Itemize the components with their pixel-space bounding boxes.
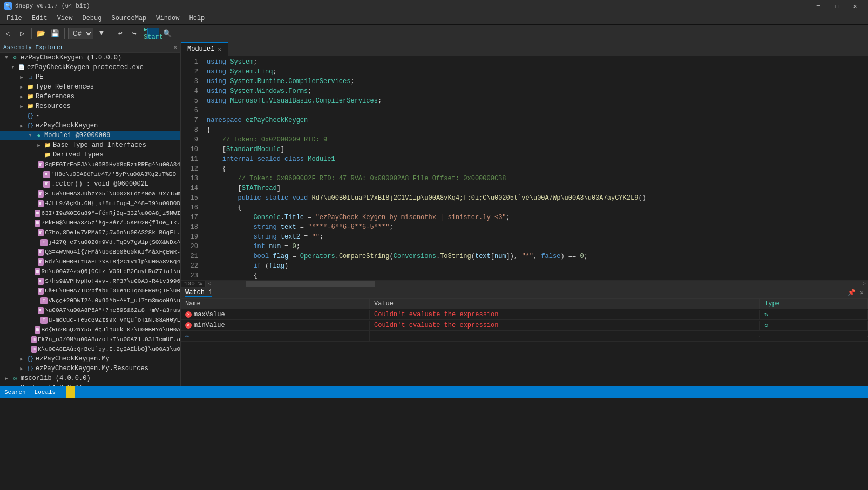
ref-icon: ◎ — [11, 384, 19, 386]
redo-button[interactable]: ↪ — [128, 28, 140, 39]
hscroll-thumb[interactable] — [246, 281, 375, 287]
tree-item-method-14[interactable]: m VNçç+20DWI2^.0x90^b+^HI_ul7tm3mcoH9\u — [0, 296, 180, 305]
tree-item-ezpay[interactable]: ▼ ⚙ ezPayCheckKeygen (1.0.0.0) — [0, 53, 180, 63]
tree-item-method-5[interactable]: m 63I+I9a%0EGu89*=fénRj2q=332\u00A8jz5MW… — [0, 208, 180, 218]
nav-back-button[interactable]: ◁ — [2, 28, 14, 39]
undo-button[interactable]: ↩ — [114, 28, 126, 39]
watch-row-minvalue[interactable]: ✕ minValue Couldn't evaluate the express… — [181, 320, 868, 331]
tree-item-method-18[interactable]: m Fk7n_oJ/0M\u00A8azolsT\u00A71.03fIemUF… — [0, 335, 180, 344]
tree-view[interactable]: ▼ ⚙ ezPayCheckKeygen (1.0.0.0) ▼ 📄 ezPay… — [0, 53, 180, 386]
menu-sourcemap[interactable]: SourceMap — [107, 13, 151, 23]
save-button[interactable]: 💾 — [49, 28, 61, 39]
tree-item-cctor[interactable]: m .cctor() : void @0600002E — [0, 179, 180, 189]
tree-item-method-1[interactable]: m 8qPFGTrEoFJA\u00B0HyX8qRziRREg^\u00A34 — [0, 160, 180, 169]
toolbar-separator-1 — [31, 28, 32, 39]
language-select[interactable]: C# IL VB — [68, 28, 93, 39]
tree-item-method-13[interactable]: m Uä+L\u00A7Iu2pfab6`06e1DTqo5ERW9;TE\u0 — [0, 286, 180, 296]
tree-item-resources[interactable]: ▶ 📁 Resources — [0, 101, 180, 111]
watch-row-new[interactable]: ✏ — [181, 331, 868, 342]
watch-cell-name[interactable]: ✏ — [181, 331, 370, 341]
tree-item-refs[interactable]: ▶ 📁 References — [0, 92, 180, 101]
tree-item-module1[interactable]: ▼ ◆ Module1 @02000009 — [0, 131, 180, 140]
toolbar-separator-3 — [111, 28, 111, 39]
tree-item-method-6[interactable]: m 7MkEN$\u00A3Z5z*èg+8ér/.5KM92H{flOe_Ik… — [0, 218, 180, 228]
tree-item-pe[interactable]: ▶ □ PE — [0, 72, 180, 82]
tab-close-button[interactable]: ✕ — [218, 46, 221, 53]
tree-item-typerefs[interactable]: ▶ 📁 Type References — [0, 82, 180, 92]
tree-item-method-4[interactable]: m 4JLL9/&çKh.GN{ja!8m+Eup4_^^8=I9\u00B0D — [0, 199, 180, 208]
nav-forward-button[interactable]: ▷ — [16, 28, 28, 39]
watch-row-maxvalue[interactable]: ✕ maxValue Couldn't evaluate the express… — [181, 309, 868, 320]
tree-item-system[interactable]: ▶ ◎ System (4.0.0.0) — [0, 383, 180, 386]
class-icon: ◆ — [35, 131, 43, 140]
menu-debug[interactable]: Debug — [78, 13, 106, 23]
tree-item-method-7[interactable]: m C7ho,8Delw7VPMà57;5W0n\u00A328k-B6gFl. — [0, 228, 180, 237]
watch-pin-button[interactable]: 📌 — [847, 289, 856, 297]
tree-item-method-15[interactable]: m \u00A7\u00A8P5A*+7nc59S&62a8_+mV-à3rus — [0, 305, 180, 315]
close-button[interactable]: ✕ — [846, 0, 864, 12]
expand-arrow[interactable]: ▶ — [17, 366, 26, 372]
app-title: dnSpy v6.1.7 (64-bit) — [15, 3, 806, 9]
tree-item-method-3[interactable]: m 3-uw\u00A3JuhzYG5'\u0020Ldt^Moa-9x7T5m — [0, 189, 180, 199]
watch-name: minValue — [194, 322, 225, 329]
expand-arrow[interactable]: ▼ — [9, 65, 17, 70]
tree-item-method-2[interactable]: m 'H8e\u00A8êPiê^7/'5yP\u00A3%q2uT%GO — [0, 169, 180, 179]
tree-item-ns[interactable]: ▶ {} ezPayCheckKeygen — [0, 121, 180, 131]
line-numbers: 12345 678910 1112131415 1617181920 21222… — [181, 56, 202, 280]
lang-dropdown-button[interactable]: ▼ — [96, 28, 107, 39]
expand-arrow[interactable]: ▶ — [35, 142, 43, 148]
hscroll-left-button[interactable]: ◁ — [206, 281, 213, 287]
tree-label: u-mdCuc-Te5cG9Zts9x VnQu`oT1N.88AH0yL — [49, 317, 180, 323]
expand-arrow[interactable]: ▶ — [17, 356, 26, 362]
tree-item-method-16[interactable]: m u-mdCuc-Te5cG9Zts9x VnQu`oT1N.88AH0yL — [0, 315, 180, 325]
watch-tab[interactable]: Watch 1 — [185, 289, 212, 297]
expand-arrow[interactable]: ▶ — [17, 74, 26, 80]
expand-arrow[interactable]: ▶ — [17, 84, 26, 90]
tree-item-exe[interactable]: ▼ 📄 ezPayCheckKeygen_protected.exe — [0, 63, 180, 72]
method-icon: m — [40, 239, 47, 246]
tree-item-derivedtypes[interactable]: 📁 Derived Types — [0, 150, 180, 160]
tree-item-method-19[interactable]: m K\u00A8EAù:QrBcU`qy.I.2ç2AEbbO}\u00A3\… — [0, 344, 180, 354]
tab-module1[interactable]: Module1 ✕ — [181, 42, 228, 56]
open-button[interactable]: 📂 — [35, 28, 47, 39]
menu-file[interactable]: File — [2, 13, 26, 23]
run-button[interactable]: ▶ Start — [147, 28, 159, 39]
hscroll-track[interactable] — [213, 281, 860, 287]
minimize-button[interactable]: ─ — [810, 0, 827, 12]
expand-arrow[interactable]: ▶ — [17, 104, 26, 110]
expand-arrow[interactable]: ▶ — [17, 94, 26, 100]
hscroll-right-button[interactable]: ▷ — [860, 281, 868, 287]
restore-button[interactable]: ❐ — [828, 0, 845, 12]
expand-arrow[interactable]: ▶ — [17, 123, 26, 129]
locals-status[interactable]: Locals — [35, 389, 56, 396]
tree-item-my[interactable]: ▶ {} ezPayCheckKeygen.My — [0, 354, 180, 364]
watch-close-button[interactable]: ✕ — [860, 289, 864, 297]
search-button[interactable]: 🔍 — [161, 28, 173, 39]
menu-view[interactable]: View — [53, 13, 77, 23]
menu-help[interactable]: Help — [185, 13, 209, 23]
expand-arrow[interactable]: ▼ — [2, 55, 11, 60]
assembly-explorer-close[interactable]: ✕ — [173, 44, 177, 51]
search-status[interactable]: Search — [4, 389, 26, 396]
menu-window[interactable]: Window — [152, 13, 184, 23]
tree-item-method-10[interactable]: m Rd7\u00B0ItuaPL?xBI8j2C1V1lp\u00A8vKq4 — [0, 257, 180, 267]
refresh-icon[interactable]: ↻ — [764, 322, 768, 329]
refresh-icon[interactable]: ↻ — [764, 311, 768, 318]
tree-item-myresources[interactable]: ▶ {} ezPayCheckKeygen.My.Resources — [0, 364, 180, 373]
tree-item-method-9[interactable]: m QS=4WVN64l{7FMà\u00B00è60kKIf^àXFçEWR- — [0, 247, 180, 257]
method-icon: m — [40, 317, 47, 324]
menu-edit[interactable]: Edit — [28, 13, 52, 23]
col-header-name: Name — [181, 299, 370, 309]
zoom-level[interactable]: 100 % — [181, 281, 206, 287]
tree-item-method-8[interactable]: m j427Q÷ê7\u0020n9Vd.TqOV7gWlp{S0X&WDx^ — [0, 237, 180, 247]
expand-arrow[interactable]: ▶ — [2, 385, 11, 387]
tree-item-method-17[interactable]: m Bd{R62B5Q2nY55-éçJlnU6k!07\u00B0Yo\u00… — [0, 325, 180, 335]
tree-item-ns-empty[interactable]: {} - — [0, 111, 180, 121]
tree-item-method-11[interactable]: m Rn\u00A7^zsQ6{0CHz V0RLcB2GuyLRaZ7+a1\… — [0, 267, 180, 276]
tree-item-mscorlib[interactable]: ▶ ◎ mscorlib (4.0.0.0) — [0, 373, 180, 383]
code-editor[interactable]: 12345 678910 1112131415 1617181920 21222… — [181, 56, 868, 280]
tree-item-method-12[interactable]: m S+hs9&VPHvpHo!4vv-.RP37\u00A3-R4tv3996 — [0, 276, 180, 286]
tree-item-basetype[interactable]: ▶ 📁 Base Type and Interfaces — [0, 140, 180, 150]
expand-arrow[interactable]: ▼ — [26, 133, 35, 138]
expand-arrow[interactable]: ▶ — [2, 376, 11, 382]
